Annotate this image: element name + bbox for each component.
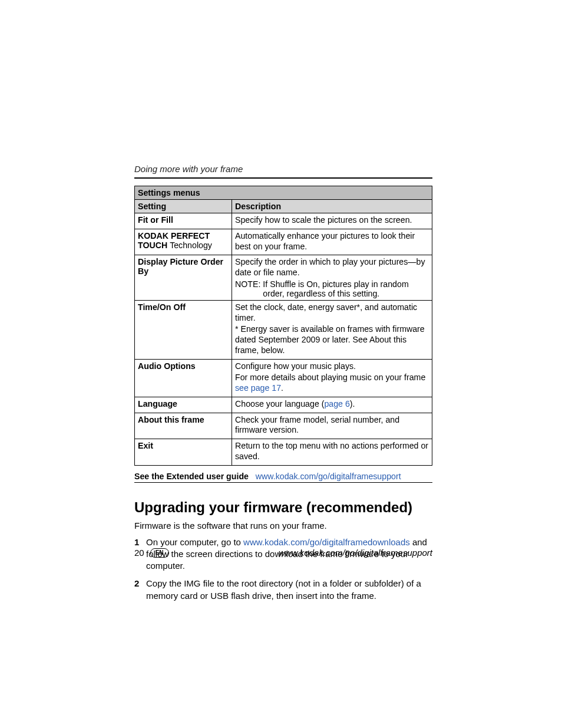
setting-display-order: Display Picture Order By [135, 255, 232, 301]
setting-fit-or-fill: Fit or Fill [135, 213, 232, 229]
extended-guide-line: See the Extended user guide www.kodak.co… [134, 472, 432, 481]
setting-about-frame: About this frame [135, 413, 232, 439]
table-row: Language Choose your language (page 6). [135, 397, 432, 413]
link-see-page-17[interactable]: see page 17 [235, 383, 281, 393]
setting-exit: Exit [135, 439, 232, 466]
table-row: Time/On Off Set the clock, date, energy … [135, 300, 432, 359]
note: NOTE: If Shuffle is On, pictures play in… [235, 279, 429, 298]
guide-rule [134, 482, 432, 483]
language-badge: EN [150, 548, 169, 558]
desc-audio-options: Configure how your music plays. For more… [232, 359, 432, 397]
page-number: 20 [134, 548, 144, 558]
running-head: Doing more with your frame [134, 164, 432, 174]
settings-table: Settings menus Setting Description Fit o… [134, 186, 432, 466]
link-extended-guide[interactable]: www.kodak.com/go/digitalframesupport [256, 472, 401, 481]
table-row: KODAK PERFECT TOUCH Technology Automatic… [135, 229, 432, 255]
desc-kodak-touch: Automatically enhance your pictures to l… [232, 229, 432, 255]
table-row: Display Picture Order By Specify the ord… [135, 255, 432, 301]
table-title: Settings menus [135, 186, 432, 200]
table-row: Audio Options Configure how your music p… [135, 359, 432, 397]
link-downloads[interactable]: www.kodak.com/go/digitalframedownloads [243, 537, 410, 547]
setting-language: Language [135, 397, 232, 413]
footer-url: www.kodak.com/go/digitalframesupport [279, 548, 432, 558]
page-footer: 20 EN www.kodak.com/go/digitalframesuppo… [134, 548, 432, 558]
list-item: 2 Copy the IMG file to the root director… [134, 578, 432, 602]
desc-language: Choose your language (page 6). [232, 397, 432, 413]
desc-display-order: Specify the order in which to play your … [232, 255, 432, 301]
desc-about-frame: Check your frame model, serial number, a… [232, 413, 432, 439]
table-row: About this frame Check your frame model,… [135, 413, 432, 439]
setting-kodak-touch: KODAK PERFECT TOUCH Technology [135, 229, 232, 255]
desc-fit-or-fill: Specify how to scale the pictures on the… [232, 213, 432, 229]
col-description: Description [232, 200, 432, 213]
col-setting: Setting [135, 200, 232, 213]
setting-time-on-off: Time/On Off [135, 300, 232, 359]
link-page-6[interactable]: page 6 [324, 399, 349, 409]
table-row: Fit or Fill Specify how to scale the pic… [135, 213, 432, 229]
table-row: Exit Return to the top menu with no acti… [135, 439, 432, 466]
desc-time-on-off: Set the clock, date, energy saver*, and … [232, 300, 432, 359]
section-title-firmware: Upgrading your firmware (recommended) [134, 499, 432, 516]
head-rule [134, 177, 432, 179]
desc-exit: Return to the top menu with no actions p… [232, 439, 432, 466]
steps-list: 1 On your computer, go to www.kodak.com/… [134, 536, 432, 602]
firmware-intro: Firmware is the software that runs on yo… [134, 521, 432, 531]
setting-audio-options: Audio Options [135, 359, 232, 397]
